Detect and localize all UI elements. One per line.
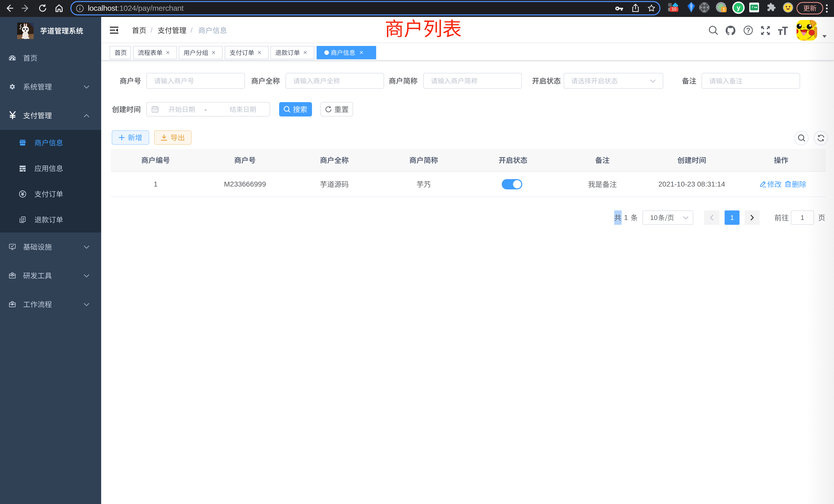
svg-text:y: y [737,4,741,12]
